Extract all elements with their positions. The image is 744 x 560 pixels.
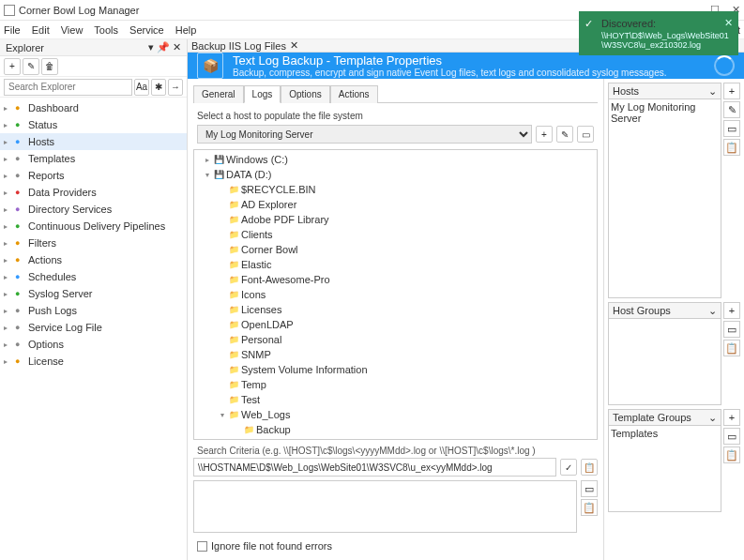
doc-tab[interactable]: Backup IIS Log Files	[191, 40, 286, 52]
delete-button[interactable]: 🗑	[41, 58, 58, 75]
host-edit-button[interactable]: ✎	[556, 126, 573, 143]
chevron-down-icon[interactable]: ⌄	[708, 85, 717, 98]
tree-node[interactable]: 📁Test	[194, 392, 597, 407]
hosts-remove-button[interactable]: ▭	[723, 120, 740, 137]
sidebar-item[interactable]: ▸●Directory Services	[0, 201, 187, 218]
tree-node[interactable]: 📁Icons	[194, 287, 597, 302]
host-remove-button[interactable]: ▭	[577, 126, 594, 143]
hostgroups-title: Host Groups	[613, 305, 671, 316]
tree-node[interactable]: 📁Clients	[194, 227, 597, 242]
doc-tab-close-icon[interactable]: ✕	[290, 39, 298, 52]
case-button[interactable]: Aa	[134, 79, 149, 96]
inner-tabs: General Logs Options Actions	[193, 84, 598, 103]
menu-edit[interactable]: Edit	[32, 24, 50, 36]
tree-node[interactable]: 📁Backup	[194, 422, 597, 437]
regex-button[interactable]: ✱	[151, 79, 166, 96]
criteria-list[interactable]	[193, 480, 577, 533]
sidebar-item[interactable]: ▸●Push Logs	[0, 302, 187, 319]
tree-node[interactable]: 📁Licenses	[194, 302, 597, 317]
menu-tools[interactable]: Tools	[94, 24, 118, 36]
tab-options[interactable]: Options	[281, 85, 329, 103]
tmplgroups-add-button[interactable]: +	[723, 409, 740, 426]
hosts-item[interactable]: My Log Monitoring Server	[611, 101, 719, 124]
explorer-tree[interactable]: ▸●Dashboard▸●Status▸●Hosts▸●Templates▸●R…	[0, 98, 187, 560]
tree-node[interactable]: 📁Font-Awesome-Pro	[194, 272, 597, 287]
sidebar-item[interactable]: ▸●Status	[0, 116, 187, 133]
tree-node[interactable]: ▾💾DATA (D:)	[194, 167, 597, 182]
sidebar-item[interactable]: ▸●Templates	[0, 150, 187, 167]
sidebar-item[interactable]: ▸●Data Providers	[0, 184, 187, 201]
check-icon: ✓	[585, 18, 596, 29]
sidebar-item[interactable]: ▸●Dashboard	[0, 99, 187, 116]
tree-node[interactable]: 📁Personal	[194, 332, 597, 347]
tmplgroups-copy-button[interactable]: 📋	[723, 446, 740, 463]
right-panel: Hosts⌄ My Log Monitoring Server + ✎ ▭ 📋 …	[603, 79, 744, 560]
file-tree[interactable]: ▸💾Windows (C:)▾💾DATA (D:)📁$RECYCLE.BIN📁A…	[193, 149, 598, 440]
header-subtitle: Backup, compress, encrypt and sign nativ…	[233, 68, 666, 78]
add-button[interactable]: +	[4, 58, 21, 75]
sidebar-item[interactable]: ▸●Reports	[0, 167, 187, 184]
hosts-edit-button[interactable]: ✎	[723, 101, 740, 118]
tree-node[interactable]: 📁Temp	[194, 377, 597, 392]
tree-node[interactable]: 📁System Volume Information	[194, 362, 597, 377]
criteria-copy-button[interactable]: 📋	[581, 459, 598, 476]
sidebar-item[interactable]: ▸●Schedules	[0, 268, 187, 285]
criteria-apply-button[interactable]: ✓	[560, 459, 577, 476]
menu-file[interactable]: File	[4, 24, 21, 36]
tree-node[interactable]: ▸💾Windows (C:)	[194, 152, 597, 167]
tree-node[interactable]: 📁AD Explorer	[194, 197, 597, 212]
host-select[interactable]: My Log Monitoring Server	[197, 125, 532, 144]
sidebar-item[interactable]: ▸●Continuous Delivery Pipelines	[0, 218, 187, 235]
menu-view[interactable]: View	[61, 24, 84, 36]
hostgroups-add-button[interactable]: +	[723, 302, 740, 319]
search-input[interactable]	[4, 79, 132, 96]
toast-title: Discovered:	[601, 18, 656, 29]
criteria-copyall-button[interactable]: 📋	[581, 499, 598, 516]
hosts-title: Hosts	[613, 85, 639, 97]
instruction-label: Select a host to populate the file syste…	[193, 103, 598, 125]
sidebar-item[interactable]: ▸●Actions	[0, 251, 187, 268]
criteria-remove-button[interactable]: ▭	[581, 480, 598, 497]
tab-general[interactable]: General	[193, 85, 244, 103]
tmplgroups-title: Template Groups	[613, 412, 691, 423]
sidebar-item[interactable]: ▸●Hosts	[0, 133, 187, 150]
menu-help[interactable]: Help	[175, 24, 197, 36]
tree-node[interactable]: 📁SNMP	[194, 347, 597, 362]
tab-actions[interactable]: Actions	[330, 85, 378, 103]
hosts-copy-button[interactable]: 📋	[723, 139, 740, 156]
sidebar-item[interactable]: ▸●License	[0, 353, 187, 370]
tmplgroups-remove-button[interactable]: ▭	[723, 428, 740, 445]
sidebar-item[interactable]: ▸●Filters	[0, 235, 187, 251]
ignore-label: Ignore file not found errors	[211, 540, 332, 552]
host-add-button[interactable]: +	[536, 126, 553, 143]
tree-node[interactable]: 📁Adobe PDF Library	[194, 212, 597, 227]
tab-logs[interactable]: Logs	[244, 85, 281, 103]
tree-node[interactable]: 📁Corner Bowl	[194, 242, 597, 257]
edit-button[interactable]: ✎	[23, 58, 39, 75]
sidebar-item[interactable]: ▸●Service Log File	[0, 319, 187, 336]
hosts-add-button[interactable]: +	[723, 83, 740, 99]
hostgroups-copy-button[interactable]: 📋	[723, 340, 740, 356]
tree-node[interactable]: 📁OpenLDAP	[194, 317, 597, 332]
criteria-input[interactable]	[193, 458, 556, 477]
go-button[interactable]: →	[168, 79, 183, 96]
pin-icon[interactable]: ▾ 📌 ✕	[148, 41, 181, 53]
app-icon	[4, 5, 15, 16]
hostgroups-remove-button[interactable]: ▭	[723, 321, 740, 338]
toast-close-icon[interactable]: ✕	[724, 17, 733, 29]
chevron-down-icon[interactable]: ⌄	[708, 305, 717, 317]
tree-node[interactable]: ▾📁Web_Logs	[194, 407, 597, 422]
ignore-checkbox[interactable]	[197, 541, 207, 552]
tree-node[interactable]: 📁$RECYCLE.BIN	[194, 182, 597, 197]
tree-node[interactable]: 📁Elastic	[194, 257, 597, 272]
menu-service[interactable]: Service	[129, 24, 164, 36]
hostgroups-list[interactable]	[608, 319, 721, 405]
header-title: Text Log Backup - Template Properties	[233, 53, 666, 68]
sidebar-item[interactable]: ▸●Options	[0, 336, 187, 353]
header-icon: 📦	[197, 53, 223, 79]
explorer-title: Explorer	[6, 42, 44, 53]
chevron-down-icon[interactable]: ⌄	[708, 412, 717, 424]
tmplgroups-item[interactable]: Templates	[611, 428, 719, 439]
main-panel: Backup IIS Log Files ✕ 📦 Text Log Backup…	[188, 39, 744, 560]
sidebar-item[interactable]: ▸●Syslog Server	[0, 285, 187, 302]
